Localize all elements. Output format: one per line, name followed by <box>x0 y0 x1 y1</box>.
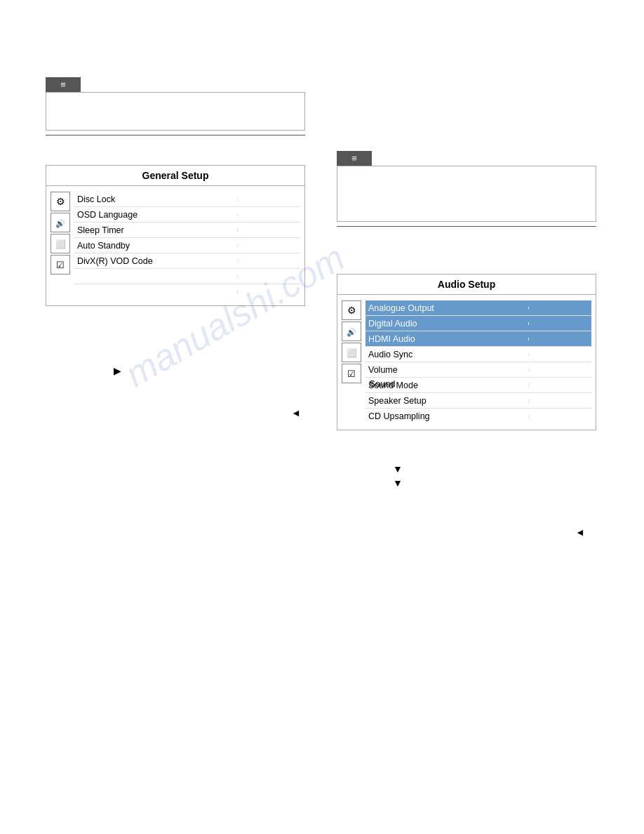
table-row: HDMI Audio <box>365 331 591 347</box>
audio-setup-box: Audio Setup Analogue Output Digita <box>337 274 596 430</box>
row-value <box>528 369 591 371</box>
row-value <box>237 198 300 201</box>
table-row: Sound Mode <box>365 378 591 393</box>
arrow-down-1: ▼ <box>393 463 403 475</box>
general-setup-title: General Setup <box>46 166 304 186</box>
row-value <box>237 244 300 247</box>
row-label: Audio Sync <box>365 348 528 361</box>
row-value <box>237 275 300 278</box>
right-note-box: ≡ <box>337 151 596 234</box>
table-row: Sleep Timer <box>74 223 300 238</box>
audio-setup-title: Audio Setup <box>337 274 596 295</box>
row-value <box>528 307 591 310</box>
left-note-divider <box>46 135 305 135</box>
audio-screen-icon <box>342 343 361 362</box>
row-value <box>237 229 300 232</box>
table-row: Speaker Setup <box>365 393 591 409</box>
right-note-content <box>337 166 596 222</box>
arrow-down-2: ▼ <box>393 477 403 489</box>
table-row: Volume <box>365 362 591 378</box>
row-value <box>528 415 591 418</box>
gear-icon <box>51 192 70 211</box>
row-value <box>237 260 300 263</box>
general-setup-body: Disc Lock OSD Language Sleep Timer Auto … <box>46 186 304 305</box>
general-setup-box: General Setup Disc Lock OSD Langua <box>46 165 305 306</box>
check-icon <box>51 255 70 274</box>
table-row: OSD Language <box>74 207 300 223</box>
table-row: Audio Sync <box>365 347 591 362</box>
row-value <box>528 399 591 402</box>
row-label: Analogue Output <box>365 302 528 315</box>
right-note-divider <box>337 226 596 227</box>
table-row: Analogue Output <box>365 300 591 316</box>
row-label: CD Upsampling <box>365 410 528 423</box>
row-value <box>528 353 591 356</box>
audio-speaker-icon <box>342 322 361 341</box>
audio-gear-icon <box>342 300 361 320</box>
table-row <box>74 269 300 284</box>
audio-setup-body: Analogue Output Digital Audio HDMI Audio… <box>337 295 596 430</box>
table-row: CD Upsampling <box>365 409 591 424</box>
row-label: Auto Standby <box>74 239 237 252</box>
table-row: Auto Standby <box>74 238 300 253</box>
arrow-left-1: ◄ <box>291 407 301 418</box>
sound-label: Sound <box>369 378 396 389</box>
left-note-content <box>46 92 305 131</box>
table-row: Disc Lock <box>74 192 300 207</box>
row-label: Sleep Timer <box>74 224 237 237</box>
setup-icons-column <box>51 192 70 300</box>
audio-items-list: Analogue Output Digital Audio HDMI Audio… <box>365 300 591 424</box>
row-label: Volume <box>365 364 528 376</box>
row-value <box>528 384 591 387</box>
left-note-header: ≡ <box>46 77 81 92</box>
row-label: HDMI Audio <box>365 333 528 345</box>
speaker-icon <box>51 213 70 232</box>
row-value <box>237 213 300 216</box>
row-value <box>237 291 300 293</box>
setup-items-list: Disc Lock OSD Language Sleep Timer Auto … <box>74 192 300 300</box>
row-label: Disc Lock <box>74 193 237 206</box>
audio-check-icon <box>342 364 361 383</box>
row-label: DivX(R) VOD Code <box>74 255 237 267</box>
arrow-left-2: ◄ <box>575 527 585 538</box>
row-label: Speaker Setup <box>365 395 528 407</box>
row-label <box>74 275 237 278</box>
row-label: Digital Audio <box>365 317 528 330</box>
row-label <box>74 291 237 293</box>
right-note-header: ≡ <box>337 151 372 166</box>
arrow-right-1: ▶ <box>114 365 121 376</box>
row-value <box>528 338 591 340</box>
row-value <box>528 322 591 325</box>
table-row <box>74 284 300 300</box>
table-row: Digital Audio <box>365 316 591 331</box>
row-label: OSD Language <box>74 208 237 221</box>
audio-icons-column <box>342 300 361 424</box>
left-note-box: ≡ <box>46 77 305 143</box>
table-row: DivX(R) VOD Code <box>74 253 300 269</box>
screen-icon <box>51 234 70 253</box>
